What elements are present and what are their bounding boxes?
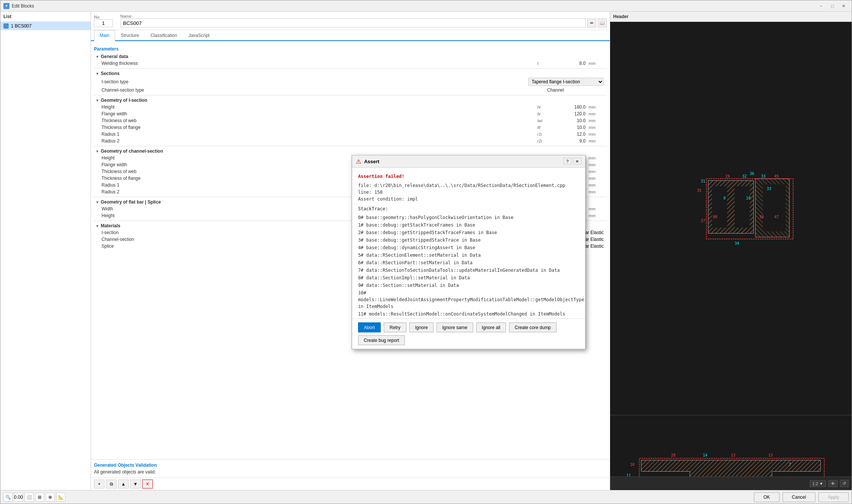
geo-i-section: ▼ Geometry of I-section Height hi 180.0 … <box>94 97 607 144</box>
stack-line-10: 10# models::LineWeldedJointAssignmentPro… <box>358 289 579 310</box>
tabs: Main Structure Classification JavaScript <box>91 30 610 41</box>
svg-rect-4 <box>712 186 727 228</box>
list-item[interactable]: 1 BCS007 <box>0 22 91 30</box>
tab-main[interactable]: Main <box>94 30 115 41</box>
down-btn[interactable]: ▼ <box>130 479 141 489</box>
geo-i-flange-thick-unit: mm <box>589 125 604 130</box>
collapse-icon: ▼ <box>95 55 99 59</box>
assert-dialog: ⚠ Assert ? ✕ Assertion failed! file: d:\… <box>352 155 586 349</box>
geo-c-r1-unit: mm <box>589 183 604 187</box>
right-panel: Header <box>610 12 852 490</box>
close-button[interactable]: ✕ <box>839 2 849 10</box>
geo-channel-header[interactable]: ▼ Geometry of channel-section <box>94 148 607 155</box>
svg-rect-7 <box>763 184 786 231</box>
geo-i-flange-thick-sym: tfi <box>537 125 552 130</box>
isection-type-dropdown[interactable]: Tapered flange I-section <box>528 78 604 86</box>
edit-icon-btn[interactable]: ✏ <box>587 18 596 28</box>
search-status-icon[interactable]: 🔍 <box>3 493 12 502</box>
book-icon-btn[interactable]: 📖 <box>598 18 607 28</box>
geo-flat-label: Geometry of flat bar | Splice <box>101 199 161 205</box>
no-input[interactable] <box>94 19 113 27</box>
geo-i-r2-sym: r2i <box>537 139 552 143</box>
create-core-dump-button[interactable]: Create core dump <box>509 322 557 332</box>
dialog-close-btn[interactable]: ✕ <box>573 158 581 165</box>
stack-line-3: 3# base::debug::getStrippedStackTrace in… <box>358 236 579 244</box>
dialog-titlebar: ⚠ Assert ? ✕ <box>352 155 585 167</box>
ok-button[interactable]: OK <box>754 492 779 502</box>
svg-text:13: 13 <box>731 453 735 457</box>
bottom-toolbar: + ⧉ ▲ ▼ ✕ <box>91 478 610 490</box>
channel-type-value: Channel <box>547 87 604 93</box>
stack-line-4: 4# base::debug::dynamicStringAssert in B… <box>358 244 579 251</box>
svg-text:37: 37 <box>701 219 705 223</box>
ignore-button[interactable]: Ignore <box>409 322 434 332</box>
geo-i-r1-row: Radius 1 r1i 12.0 mm <box>94 131 607 138</box>
zoom-level-btn[interactable]: 1:2 ▼ <box>810 480 826 487</box>
sections-header[interactable]: ▼ Sections <box>94 70 607 77</box>
geo-flat-collapse-icon: ▼ <box>95 200 99 204</box>
stack-header: StackTrace: <box>358 205 579 212</box>
viewport-bottom[interactable]: 10 28 14 13 13 7 11 5 6 10 12 13 9 10 <box>610 415 852 490</box>
welding-thickness-sym: t <box>537 61 552 66</box>
geo-c-r2-unit: mm <box>589 190 604 194</box>
dialog-help-btn[interactable]: ? <box>563 158 572 165</box>
measure-status-icon[interactable]: 📐 <box>56 493 65 502</box>
geo-i-web-sym: twi <box>537 118 552 123</box>
app-icon: ✦ <box>3 3 9 9</box>
right-header-label: Header <box>613 14 629 19</box>
isection-type-name: I-section type <box>102 79 507 84</box>
retry-button[interactable]: Retry <box>384 322 406 332</box>
name-input[interactable] <box>120 18 586 28</box>
ignore-all-button[interactable]: Ignore all <box>476 322 506 332</box>
view-icon-btn[interactable]: 👁 <box>828 480 838 487</box>
stack-line-5: 5# data::RSectionElement::setMaterial in… <box>358 251 579 259</box>
geo-i-header[interactable]: ▼ Geometry of I-section <box>94 97 607 104</box>
viewport-top[interactable]: 31 19 32 33 45 36 35 9 10 33 37 98 39 47 <box>610 22 852 415</box>
geo-i-height-value: 180.0 <box>555 104 586 110</box>
snap-status-icon[interactable]: ⊕ <box>46 493 55 502</box>
geo-c-flange-thick-unit: mm <box>589 176 604 181</box>
rotate-icon-btn[interactable]: ↺ <box>840 480 849 487</box>
tab-javascript[interactable]: JavaScript <box>183 30 215 41</box>
geo-i-flange-value: 120.0 <box>555 111 586 116</box>
grid-status-icon[interactable]: ⊞ <box>35 493 44 502</box>
box-status-icon[interactable]: ⬜ <box>25 493 34 502</box>
stack-line-11: 11# models::ResultSectionModel::onCoordi… <box>358 310 579 317</box>
gen-title: Generated Objects Validation <box>94 463 607 468</box>
geo-c-flange-unit: mm <box>589 162 604 167</box>
status-bar: 🔍 0.00 ⬜ ⊞ ⊕ 📐 OK Cancel Apply <box>0 490 852 504</box>
create-bug-report-button[interactable]: Create bug report <box>358 335 405 345</box>
tab-classification[interactable]: Classification <box>145 30 183 41</box>
geo-flat-width-unit: mm <box>589 207 604 211</box>
geo-i-web-name: Thickness of web <box>102 118 534 123</box>
value-status-icon[interactable]: 0.00 <box>14 493 23 502</box>
tab-structure[interactable]: Structure <box>115 30 145 41</box>
window-title: Edit Blocks <box>12 3 34 9</box>
svg-rect-5 <box>735 186 750 228</box>
general-data-header[interactable]: ▼ General data <box>94 53 607 60</box>
up-btn[interactable]: ▲ <box>118 479 129 489</box>
no-label: No. <box>94 15 113 19</box>
titlebar-left: ✦ Edit Blocks <box>3 3 34 9</box>
delete-btn[interactable]: ✕ <box>142 479 153 489</box>
gen-status: All generated objects are valid. <box>94 469 607 475</box>
minimize-button[interactable]: − <box>816 2 826 10</box>
ignore-same-button[interactable]: Ignore same <box>437 322 473 332</box>
params-header: Parameters <box>94 46 607 52</box>
stack-line-1: 1# base::debug::getStackTraceFrames in B… <box>358 221 579 228</box>
svg-text:39: 39 <box>759 215 764 219</box>
welding-thickness-row: Welding thickness t 8.0 mm <box>94 60 607 67</box>
maximize-button[interactable]: □ <box>827 2 837 10</box>
geo-i-r2-name: Radius 2 <box>102 138 534 144</box>
dialog-title-controls: ? ✕ <box>563 158 581 165</box>
sections-section: ▼ Sections I-section type Tapered flange… <box>94 70 607 93</box>
geo-c-web-unit: mm <box>589 169 604 174</box>
svg-text:36: 36 <box>750 172 754 176</box>
apply-button[interactable]: Apply <box>818 492 849 502</box>
add-btn[interactable]: + <box>94 479 105 489</box>
copy-btn[interactable]: ⧉ <box>106 479 117 489</box>
abort-button[interactable]: Abort <box>358 322 381 332</box>
geo-i-web-value: 10.0 <box>555 118 586 123</box>
cancel-button[interactable]: Cancel <box>783 492 815 502</box>
geo-i-collapse-icon: ▼ <box>95 98 99 103</box>
